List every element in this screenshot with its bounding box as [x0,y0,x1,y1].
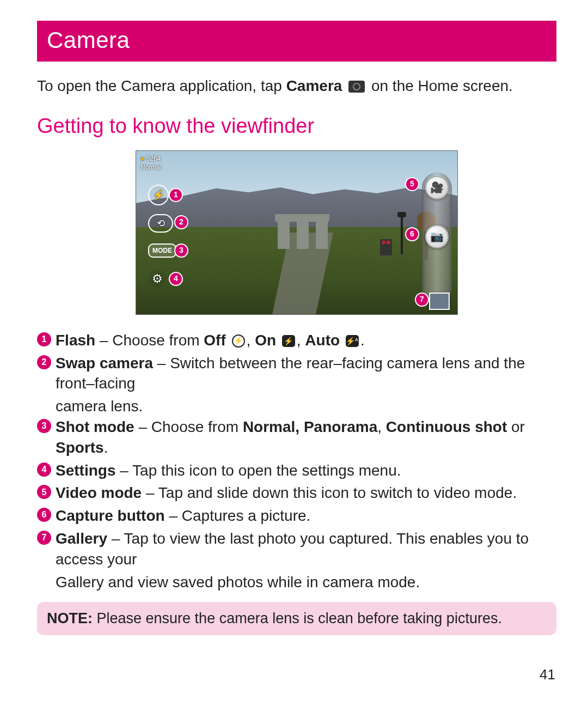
item-lead: Shot mode [56,418,134,435]
flash-icon: ⚡ [282,335,295,347]
item-line: 1Flash – Choose from Off ⚡, On ⚡, Auto ⚡… [37,330,556,351]
item-text: or [507,418,525,435]
item-text: , [297,332,305,349]
item-text: – Captures a picture. [165,507,311,524]
item-bold: On [255,332,280,349]
item-text: – Choose from [95,332,204,349]
item-line: 5Video mode – Tap and slide down this ic… [37,483,556,503]
intro-pre: To open the Camera application, tap [37,77,286,94]
item-number-badge: 7 [37,531,51,545]
item-lead: Settings [56,462,115,479]
viewfinder-top-info: ● 5264 Normal [140,154,162,172]
item-line: 7Gallery – Tap to view the last photo yo… [37,528,556,570]
item-line: 4Settings – Tap this icon to open the se… [37,460,556,481]
stone-1 [278,219,290,249]
section-heading: Getting to know the viewfinder [37,112,556,140]
item-lead: Flash [56,332,95,349]
callout-descriptions: 1Flash – Choose from Off ⚡, On ⚡, Auto ⚡… [37,330,556,593]
side-rail: 🎥 📷 [422,173,452,303]
viewfinder: ● 5264 Normal ⚡ 1 ⟲ 2 MODE 3 ⚙ 4 🎥 📷 5 6… [136,150,458,315]
callout-6: 6 [406,228,418,240]
item-text: – Choose from [134,418,243,435]
item-line: 3Shot mode – Choose from Normal, Panoram… [37,417,556,458]
item-text: . [104,439,108,456]
item-text: . [360,332,365,349]
intro-text: To open the Camera application, tap Came… [37,76,556,96]
page-title: Camera [37,21,556,62]
item-body: Gallery – Tap to view the last photo you… [56,528,556,570]
viewfinder-resolution: 5264 [146,155,161,162]
swap-camera-button[interactable]: ⟲ [148,214,173,233]
item-subline: Gallery and view saved photos while in c… [56,572,556,593]
callout-1: 1 [170,189,182,201]
item-body: Flash – Choose from Off ⚡, On ⚡, Auto ⚡ᴬ… [56,330,556,351]
item-number-badge: 1 [37,332,51,346]
item-number-badge: 6 [37,508,51,522]
item-number-badge: 3 [37,419,51,433]
camera-app-icon [348,81,365,93]
item-line: 2Swap camera – Switch between the rear–f… [37,353,556,394]
item-number-badge: 5 [37,485,51,499]
intro-post: on the Home screen. [371,77,513,94]
capture-button[interactable]: 📷 [425,225,449,248]
people-icon [380,239,392,255]
item-body: Settings – Tap this icon to open the set… [56,460,556,481]
item-number-badge: 4 [37,462,51,477]
item-number-badge: 2 [37,355,51,369]
item-text: – Tap to view the last photo you capture… [56,530,529,568]
stone-2 [297,219,309,249]
item-subline: camera lens. [56,396,556,417]
item-text: , [247,332,255,349]
shot-mode-button[interactable]: MODE [148,244,176,258]
item-bold: Auto [305,332,344,349]
settings-button[interactable]: ⚙ [148,270,167,288]
lamp-icon [401,216,403,254]
note-label: NOTE: [47,610,93,626]
item-bold: Normal, Panorama [243,418,377,435]
item-bold: Off [204,332,230,349]
flash-button[interactable]: ⚡ [148,185,169,205]
note-text: Please ensure the camera lens is clean b… [93,610,502,626]
item-text: – Tap this icon to open the settings men… [115,462,401,479]
stone-top [275,214,329,222]
note-box: NOTE: Please ensure the camera lens is c… [37,602,556,635]
item-lead: Swap camera [56,355,153,372]
callout-3: 3 [175,245,187,257]
video-mode-button[interactable]: 🎥 [425,176,449,199]
flash-icon: ⚡ᴬ [346,335,359,347]
callout-4: 4 [170,273,182,285]
callout-7: 7 [416,294,428,306]
item-bold: Continuous shot [386,418,507,435]
intro-bold: Camera [286,77,342,94]
gallery-button[interactable] [429,293,450,310]
item-body: Video mode – Tap and slide down this ico… [56,483,556,503]
item-bold: Sports [56,439,104,456]
item-lead: Video mode [56,484,142,501]
item-body: Shot mode – Choose from Normal, Panorama… [56,417,556,458]
item-body: Capture button – Captures a picture. [56,506,556,526]
item-text: , [377,418,386,435]
flash-off-icon: ⚡ [232,334,245,348]
callout-5: 5 [406,178,418,190]
viewfinder-mode-label: Normal [140,163,162,171]
item-line: 6Capture button – Captures a picture. [37,506,556,526]
item-text: – Tap and slide down this icon to switch… [142,484,517,501]
item-body: Swap camera – Switch between the rear–fa… [56,353,556,394]
callout-2: 2 [175,216,187,228]
item-lead: Capture button [56,507,165,524]
item-lead: Gallery [56,530,107,547]
stone-3 [316,219,328,249]
page-number: 41 [540,665,555,684]
